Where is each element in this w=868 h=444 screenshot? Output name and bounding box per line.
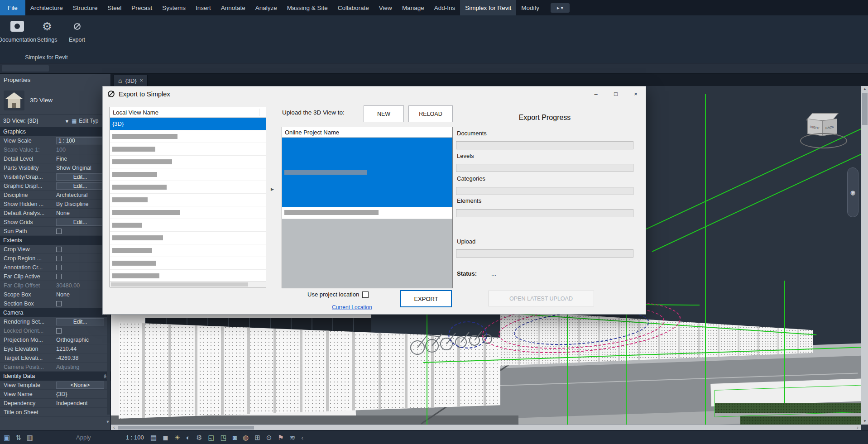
tab-steel[interactable]: Steel [103,0,127,15]
list-item[interactable] [110,130,266,143]
target-elevation-value[interactable]: -4269.38 [56,355,78,361]
tab-modify[interactable]: Modify [516,0,544,15]
tab-add-ins[interactable]: Add-Ins [429,0,460,15]
parts-visibility-value[interactable]: Show Original [56,165,91,171]
close-button[interactable]: × [626,86,646,101]
section-header-graphics[interactable]: Graphics ≪ [0,127,110,136]
annotation-crop-checkbox[interactable] [56,265,62,270]
list-horizontal-scrollbar[interactable] [110,281,266,287]
scrollbar-thumb[interactable] [111,282,248,286]
detail-level-value[interactable]: Fine [56,156,67,162]
list-item[interactable] [110,232,266,244]
scroll-down-icon[interactable]: ▼ [861,418,868,425]
view-template-button[interactable]: <None> [56,382,104,389]
scroll-left-icon[interactable]: ‹ [111,425,117,430]
show-grids-edit-button[interactable]: Edit... [56,219,104,226]
collapse-bar-icon[interactable]: ‹ [301,434,303,441]
view-selector-dropdown[interactable]: 3D View: {3D} ▾ [0,118,72,124]
type-selector[interactable]: 3D View [0,86,110,115]
crop-region-icon[interactable]: ◳ [221,434,227,442]
navigation-bar[interactable]: ◎ ⊕ ▾ [847,167,858,217]
online-project-list[interactable]: Online Project Name [282,127,453,288]
scrollbar-thumb[interactable] [862,93,868,125]
crop-view-checkbox[interactable] [56,247,62,252]
design-options-icon[interactable]: ▣ [4,434,10,442]
scroll-down-icon[interactable]: ▼ [105,419,110,425]
crop-region-visible-checkbox[interactable] [56,256,62,261]
section-header-identity-data[interactable]: Identity Data ≪ [0,372,110,381]
export-button[interactable]: EXPORT [400,290,452,307]
current-location-link[interactable]: Current Location [332,304,372,310]
selection-sort-icon[interactable]: ⇅ [15,434,21,442]
tab-annotate[interactable]: Annotate [216,0,250,15]
section-box-checkbox[interactable] [56,301,62,306]
sun-path-icon[interactable]: ☀ [174,434,180,442]
list-item[interactable] [110,219,266,232]
horizontal-scrollbar[interactable]: ‹ › [111,425,861,430]
view-scale-input[interactable]: 1 : 100 [56,137,104,144]
tab-architecture[interactable]: Architecture [25,0,68,15]
section-header-camera[interactable]: Camera ≪ [0,308,110,317]
eye-elevation-value[interactable]: 1210.44 [56,346,77,352]
default-analysis-value[interactable]: None [56,210,70,216]
new-project-button[interactable]: NEW [364,105,404,122]
crop-view-icon[interactable]: ◱ [208,434,215,442]
list-item-selected[interactable]: {3D} [110,118,266,130]
worksharing-icon[interactable]: ≋ [290,434,296,442]
detail-level-icon[interactable]: ▤ [150,434,157,442]
far-clip-active-checkbox[interactable] [56,274,62,279]
temporary-view-properties-icon[interactable]: ⊞ [254,434,260,442]
view-scale-control[interactable]: 1 : 100 [126,430,144,444]
scrollbar-thumb[interactable] [118,426,254,430]
settings-button[interactable]: ⚙ Settings [33,19,62,43]
documentation-button[interactable]: Documentation [3,19,32,43]
scroll-up-icon[interactable]: ▲ [861,86,868,92]
tab-structure[interactable]: Structure [68,0,103,15]
maximize-button[interactable]: □ [606,86,626,101]
list-item[interactable] [110,206,266,219]
list-item[interactable] [110,181,266,194]
sun-path-checkbox[interactable] [56,229,62,234]
reveal-hidden-icon[interactable]: ◍ [243,434,249,442]
tab-simplex-for-revit[interactable]: Simplex for Revit [460,0,516,15]
selection-filter-icon[interactable]: ▥ [27,434,33,442]
scroll-right-icon[interactable]: › [854,425,861,430]
chevron-down-icon[interactable]: ▾ [851,189,854,196]
projection-mode-value[interactable]: Orthographic [56,337,89,343]
analytical-model-icon[interactable]: ⊙ [266,434,272,442]
list-item[interactable] [282,207,452,219]
reload-button[interactable]: RELOAD [408,105,453,122]
list-item[interactable] [110,156,266,168]
list-item[interactable] [110,194,266,206]
tab-massing-site[interactable]: Massing & Site [282,0,333,15]
list-item[interactable] [110,143,266,156]
view-name-value[interactable]: {3D} [56,391,67,397]
shadows-icon[interactable]: ◐ [186,434,190,441]
constraints-icon[interactable]: ⚑ [278,434,283,442]
vertical-scrollbar[interactable]: ▲ ▼ [861,86,868,425]
list-item[interactable] [110,257,266,270]
list-item[interactable] [110,270,266,281]
tab-manage[interactable]: Manage [397,0,429,15]
graphic-display-edit-button[interactable]: Edit... [56,182,104,190]
local-view-list[interactable]: Local View Name {3D} [110,107,266,287]
rendering-settings-edit-button[interactable]: Edit... [56,318,104,325]
viewcube-compass-ring[interactable] [800,133,847,148]
ribbon-display-toggle[interactable]: ▸ ▾ [551,3,570,13]
list-item[interactable] [110,168,266,181]
visual-style-icon[interactable]: ◼ [163,434,168,442]
tab-insert[interactable]: Insert [191,0,216,15]
tab-analyze[interactable]: Analyze [250,0,282,15]
scope-box-value[interactable]: None [56,291,70,298]
tab-view[interactable]: View [374,0,397,15]
list-item-selected[interactable] [282,138,452,207]
list-item[interactable] [110,244,266,257]
dialog-titlebar[interactable]: Export to Simplex – □ × [103,86,646,101]
minimize-button[interactable]: – [586,86,606,101]
file-tab[interactable]: File [0,0,25,15]
visibility-graphics-edit-button[interactable]: Edit... [56,173,104,181]
splitter-handle-icon[interactable]: ▶ [271,187,274,191]
discipline-value[interactable]: Architectural [56,192,87,198]
tab-precast[interactable]: Precast [126,0,157,15]
tab-systems[interactable]: Systems [157,0,191,15]
